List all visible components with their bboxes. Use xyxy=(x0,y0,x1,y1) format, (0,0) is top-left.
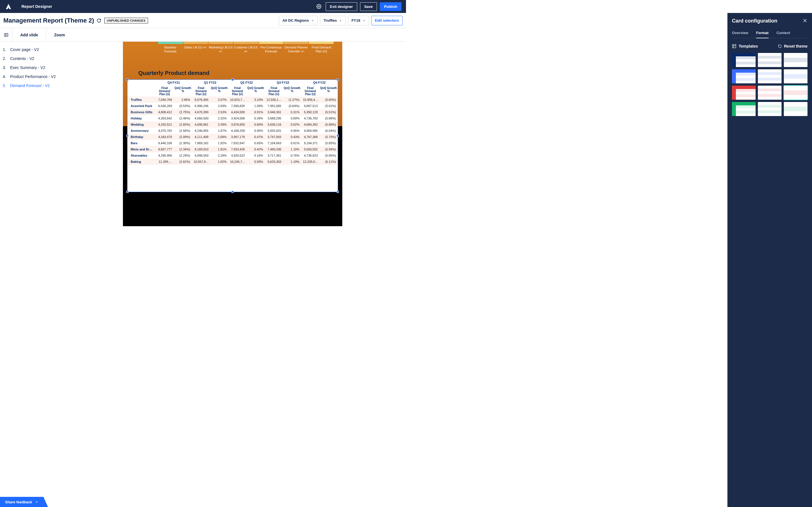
slide-number: 5. xyxy=(3,83,7,88)
slide: Baseline ForecastSales Lift (U) +/-Marke… xyxy=(123,42,342,226)
cell: 7,869,182 xyxy=(192,140,210,146)
waterfall-col: Final Demand Plan (U) xyxy=(309,42,334,54)
waterfall-col: Baseline Forecast xyxy=(158,42,183,54)
waterfall-label: Marketing Lift (U) +/- xyxy=(208,46,233,54)
cell: 3,925,831 xyxy=(265,128,283,134)
selector-label: All DC Regions xyxy=(283,18,309,22)
exit-designer-button[interactable]: Exit designer xyxy=(326,2,357,11)
cell: (2.34%) xyxy=(174,146,192,152)
chevron-down-icon xyxy=(339,19,342,22)
toolbar: Add slide Zoom xyxy=(0,28,406,42)
cell: 4,246,855 xyxy=(192,128,210,134)
slide-label: Demand Forecast - V2 xyxy=(10,83,50,88)
slide-number: 2. xyxy=(3,56,7,61)
col-header: Final Demand Plan (U) xyxy=(229,86,247,97)
cell: 0.91% xyxy=(246,109,265,115)
row-label: Minis and Dr… xyxy=(128,146,156,152)
selector-2[interactable]: FY18 xyxy=(348,16,369,25)
cell: 9,550,502 xyxy=(301,146,319,152)
cell: (2.56%) xyxy=(174,128,192,134)
edit-selectors-label: Edit selectors xyxy=(375,18,399,22)
save-button[interactable]: Save xyxy=(360,2,377,11)
slide-item[interactable]: 3.Exec Summary - V2 xyxy=(3,63,56,72)
cell: 4,787,388 xyxy=(301,134,319,140)
waterfall-col: Demand Planner Override +/- xyxy=(284,42,308,54)
slide-label: Cover page - V2 xyxy=(10,47,39,52)
zoom-button[interactable]: Zoom xyxy=(46,28,73,42)
cell: 4,434,580 xyxy=(229,109,247,115)
slide-number: 3. xyxy=(3,65,7,70)
resize-handle-bm[interactable] xyxy=(232,191,234,193)
selector-label: Truffles xyxy=(324,18,337,22)
table-row: Truffles7,040,7692.86%8,676,4052.07%10,8… xyxy=(128,97,338,103)
selector-1[interactable]: Truffles xyxy=(320,16,346,25)
row-label: Assorted Pack xyxy=(128,103,156,109)
resize-handle-mr[interactable] xyxy=(337,135,339,137)
add-slide-button[interactable]: Add slide xyxy=(12,28,46,42)
cell: 4,959,995 xyxy=(301,128,319,134)
row-label: Shareables xyxy=(128,152,156,159)
cell: 4,736,823 xyxy=(301,152,319,159)
cell: (5.75%) xyxy=(319,134,338,140)
cell: 4,111,408 xyxy=(192,134,210,140)
slide-item[interactable]: 5.Demand Forecast - V2 xyxy=(3,81,56,90)
table-card[interactable]: Q4 FY21Q1 FY22Q2 FY22Q3 FY22Q4 FY22Final… xyxy=(127,79,338,192)
cell: 0.43% xyxy=(283,134,301,140)
slide-list: 1.Cover page - V22.Contents - V23.Exec S… xyxy=(0,42,59,253)
cell: 0.95% xyxy=(283,128,301,134)
cell: 9,887,513 xyxy=(301,103,319,109)
selector-label: FY18 xyxy=(352,18,360,22)
cell: 0.42% xyxy=(246,146,265,152)
resize-handle-tl[interactable] xyxy=(126,78,129,81)
waterfall-label: Pre-Consensus Forecast xyxy=(259,46,283,54)
waterfall-col: Pre-Consensus Forecast xyxy=(259,42,283,54)
table-row: Birthday4,343,470(2.09%)4,111,4082.08%3,… xyxy=(128,134,338,140)
slide-number: 4. xyxy=(3,74,7,79)
refresh-icon xyxy=(97,18,101,23)
slide-label: Contents - V2 xyxy=(10,56,35,61)
waterfall-label: Baseline Forecast xyxy=(158,46,183,54)
publish-button[interactable]: Publish xyxy=(380,2,402,11)
collapse-sidebar-button[interactable] xyxy=(0,28,12,42)
resize-handle-br[interactable] xyxy=(337,191,339,193)
cell: 4,098,550 xyxy=(192,152,210,159)
cell: 7,933,426 xyxy=(229,146,247,152)
chevron-down-icon xyxy=(311,19,314,22)
resize-handle-tr[interactable] xyxy=(337,78,339,81)
cell: 0.47% xyxy=(246,134,265,140)
cell: (2.62%) xyxy=(174,159,192,165)
cell: (2.65%) xyxy=(174,121,192,128)
table-row: Bars8,440,108(2.30%)7,869,1821.92%7,632,… xyxy=(128,140,338,146)
cell: 7,590,828 xyxy=(229,103,247,109)
cell: 0.95% xyxy=(246,128,265,134)
resize-handle-ml[interactable] xyxy=(126,135,129,137)
selector-0[interactable]: All DC Regions xyxy=(279,16,318,25)
resize-handle-bl[interactable] xyxy=(126,191,129,193)
waterfall-label: Demand Planner Override +/- xyxy=(284,46,308,54)
table-row: Baking11,289,…(2.62%)10,557,8…1.82%10,24… xyxy=(128,159,338,165)
resize-handle-tm[interactable] xyxy=(232,78,234,81)
app-logo xyxy=(4,3,12,10)
cell: 2.53% xyxy=(210,109,229,115)
cell: (0.53%) xyxy=(174,103,192,109)
cell: 4,808,412 xyxy=(156,109,174,115)
cell: 8,667,777 xyxy=(156,146,174,152)
waterfall-label: Sales Lift (U) +/- xyxy=(183,46,208,50)
settings-button[interactable] xyxy=(315,3,323,10)
slide-item[interactable]: 4.Product Performance - V2 xyxy=(3,72,56,81)
cell: 8,676,405 xyxy=(192,97,210,103)
edit-selectors-button[interactable]: Edit selectors xyxy=(371,16,403,25)
slide-item[interactable]: 2.Contents - V2 xyxy=(3,54,56,63)
cell: 4,684,392 xyxy=(301,121,319,128)
cell: 9,625,303 xyxy=(265,159,283,165)
cell: (5.86%) xyxy=(319,115,338,121)
cell: 7,499,206 xyxy=(265,146,283,152)
cell: 7,104,663 xyxy=(265,140,283,146)
cell: 1.81% xyxy=(210,146,229,152)
cell: 2.07% xyxy=(210,97,229,103)
slide-label: Product Performance - V2 xyxy=(10,74,56,79)
cell: 4,295,956 xyxy=(156,152,174,159)
slide-item[interactable]: 1.Cover page - V2 xyxy=(3,45,56,54)
chevron-down-icon xyxy=(363,19,365,22)
refresh-button[interactable] xyxy=(96,18,101,23)
